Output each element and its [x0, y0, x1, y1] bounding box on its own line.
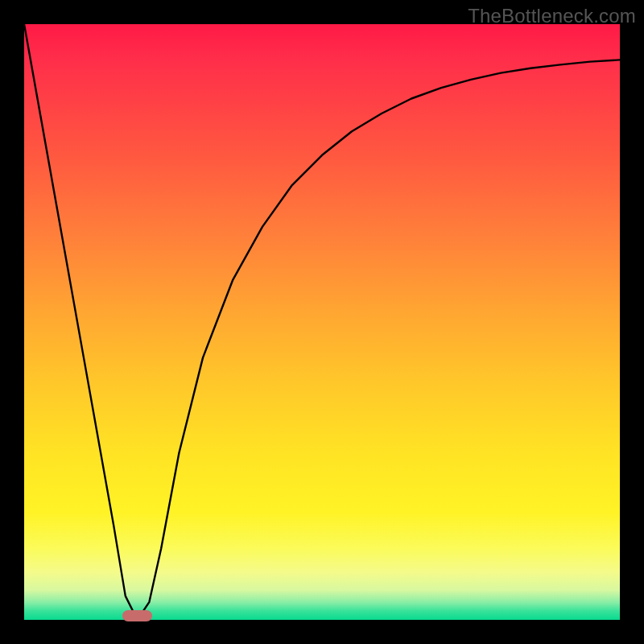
plot-area	[24, 24, 620, 620]
bottleneck-curve	[24, 24, 620, 620]
chart-frame: TheBottleneck.com	[0, 0, 644, 644]
optimal-marker	[122, 610, 153, 621]
